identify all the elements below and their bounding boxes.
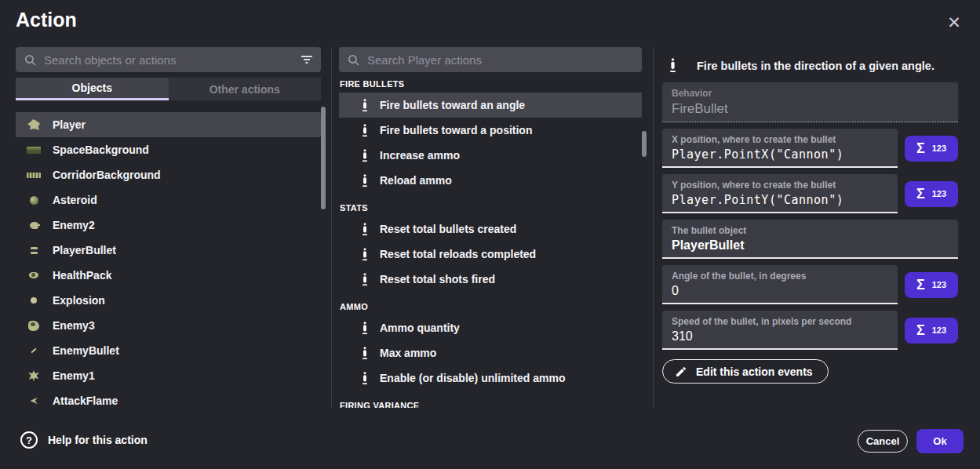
left-tab-bar: Objects Other actions	[16, 78, 321, 100]
object-row-enemybullet[interactable]: EnemyBullet	[16, 338, 321, 363]
action-label: Reload ammo	[380, 174, 452, 187]
bullet-icon	[362, 248, 368, 261]
action-label: Max ammo	[380, 347, 436, 359]
bullet-icon	[362, 149, 368, 162]
field-label: The bullet object	[672, 225, 949, 236]
bullet-icon	[669, 58, 676, 73]
field-label: X position, where to create the bullet	[672, 134, 888, 145]
bullet-icon	[362, 223, 368, 236]
dot-sprite-icon	[26, 293, 42, 308]
health-pack-sprite-icon	[26, 267, 42, 283]
action-row-reset-shots-fired[interactable]: Reset total shots fired	[339, 267, 642, 292]
x-position-input[interactable]	[672, 147, 888, 162]
search-icon	[24, 53, 37, 67]
group-header-stats: STATS	[340, 203, 642, 213]
object-row-enemy1[interactable]: Enemy1	[16, 363, 321, 388]
bullet-object-input[interactable]	[672, 238, 949, 253]
sigma-icon: Σ	[916, 323, 925, 337]
action-label: Increase ammo	[380, 149, 460, 162]
action-description-row: Fire bullets in the direction of a given…	[662, 47, 958, 75]
page-title: Action	[16, 9, 77, 31]
field-label: Angle of the bullet, in degrees	[672, 271, 888, 282]
objects-list: Player SpaceBackground CorridorBackgroun…	[16, 112, 321, 413]
angle-input[interactable]	[672, 284, 888, 298]
sigma-icon: Σ	[916, 141, 925, 155]
help-link[interactable]: ? Help for this action	[20, 431, 148, 449]
angle-field[interactable]: Angle of the bullet, in degrees	[662, 265, 898, 304]
objects-scrollbar[interactable]	[321, 107, 326, 209]
objects-search-bar[interactable]	[16, 47, 321, 72]
action-row-reset-reloads-completed[interactable]: Reset total reloads completed	[339, 242, 642, 267]
group-header-firing-variance: FIRING VARIANCE	[340, 401, 642, 408]
object-name: EnemyBullet	[53, 344, 119, 357]
numbers-badge: 123	[932, 144, 946, 153]
x-expression-editor-button[interactable]: Σ 123	[905, 136, 958, 162]
filter-icon[interactable]	[301, 55, 313, 64]
close-icon[interactable]: ✕	[942, 11, 966, 35]
bullet-object-field[interactable]: The bullet object	[662, 220, 958, 259]
tab-objects[interactable]: Objects	[16, 78, 169, 100]
action-row-increase-ammo[interactable]: Increase ammo	[339, 143, 642, 168]
speed-expression-editor-button[interactable]: Σ 123	[905, 318, 958, 344]
object-name: Explosion	[53, 294, 105, 307]
actions-scrollbar[interactable]	[642, 131, 647, 157]
y-expression-editor-button[interactable]: Σ 123	[905, 181, 958, 207]
action-row-reset-bullets-created[interactable]: Reset total bullets created	[339, 216, 642, 242]
bullet-icon	[362, 322, 368, 335]
pencil-icon	[675, 365, 687, 378]
object-row-asteroid[interactable]: Asteroid	[16, 187, 321, 213]
field-label: Behavior	[672, 88, 949, 99]
numbers-badge: 123	[932, 280, 946, 289]
actions-search-input[interactable]	[367, 53, 634, 67]
action-row-unlimited-ammo[interactable]: Enable (or disable) unlimited ammo	[339, 365, 642, 391]
object-row-playerbullet[interactable]: PlayerBullet	[16, 238, 321, 263]
edit-action-events-label: Edit this action events	[696, 365, 813, 378]
action-row-reload-ammo[interactable]: Reload ammo	[339, 168, 642, 193]
ok-button[interactable]: Ok	[916, 429, 964, 453]
speed-input[interactable]	[672, 329, 888, 344]
tab-other-actions[interactable]: Other actions	[169, 78, 322, 100]
action-row-max-ammo[interactable]: Max ammo	[339, 340, 642, 365]
x-position-field[interactable]: X position, where to create the bullet	[662, 129, 898, 168]
bullet-icon	[362, 174, 368, 187]
angle-expression-editor-button[interactable]: Σ 123	[905, 272, 958, 298]
field-value: FireBullet	[672, 101, 949, 117]
field-label: Speed of the bullet, in pixels per secon…	[672, 316, 888, 327]
object-row-healthpack[interactable]: HealthPack	[16, 263, 321, 288]
actions-panel: FIRE BULLETS Fire bullets toward an angl…	[339, 47, 642, 408]
object-row-player[interactable]: Player	[16, 112, 321, 137]
y-position-input[interactable]	[672, 193, 888, 207]
object-name: HealthPack	[53, 269, 111, 282]
search-icon	[347, 53, 360, 67]
group-header-fire-bullets: FIRE BULLETS	[340, 79, 642, 89]
object-row-corridorbackground[interactable]: CorridorBackground	[16, 162, 321, 187]
object-name: Enemy3	[53, 319, 95, 332]
object-row-enemy3[interactable]: Enemy3	[16, 313, 321, 338]
enemy-blob-sprite-icon	[26, 318, 42, 333]
bullet-icon	[362, 99, 368, 112]
action-row-fire-position[interactable]: Fire bullets toward a position	[339, 118, 642, 143]
speed-field[interactable]: Speed of the bullet, in pixels per secon…	[662, 311, 898, 350]
object-name: Player	[53, 118, 86, 131]
y-position-field[interactable]: Y position, where to create the bullet	[662, 174, 898, 213]
striped-strip-sprite-icon	[26, 167, 42, 183]
action-parameters-panel: Fire bullets in the direction of a given…	[662, 47, 958, 384]
object-row-attackflame[interactable]: AttackFlame	[16, 388, 321, 413]
background-strip-sprite-icon	[26, 142, 42, 158]
action-description: Fire bullets in the direction of a given…	[697, 60, 934, 72]
action-row-fire-angle[interactable]: Fire bullets toward an angle	[339, 93, 642, 118]
object-row-spacebackground[interactable]: SpaceBackground	[16, 137, 321, 162]
sigma-icon: Σ	[916, 278, 925, 292]
cancel-button[interactable]: Cancel	[858, 430, 908, 453]
objects-search-input[interactable]	[44, 53, 293, 67]
divider-left-middle	[331, 47, 332, 408]
double-bullet-sprite-icon	[26, 242, 42, 258]
sigma-icon: Σ	[916, 187, 925, 201]
edit-action-events-button[interactable]: Edit this action events	[662, 359, 829, 384]
spiky-sprite-icon	[26, 368, 42, 384]
actions-search-bar[interactable]	[339, 47, 642, 72]
action-row-ammo-quantity[interactable]: Ammo quantity	[339, 315, 642, 340]
object-row-explosion[interactable]: Explosion	[16, 288, 321, 313]
action-label: Fire bullets toward a position	[380, 124, 532, 136]
object-row-enemy2[interactable]: Enemy2	[16, 213, 321, 238]
